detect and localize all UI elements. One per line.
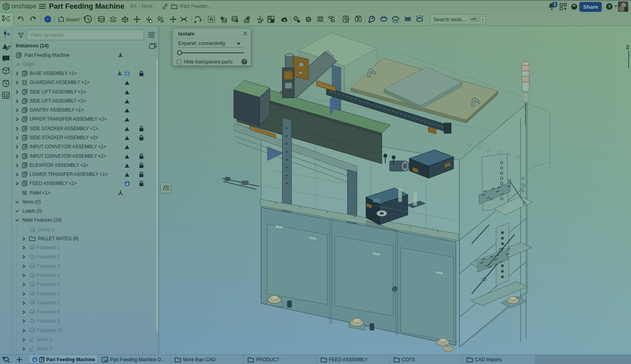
svg-text:Z: Z [626, 45, 629, 50]
svg-text:Insert: Insert [66, 17, 80, 22]
svg-text:?: ? [7, 67, 10, 71]
svg-text:1: 1 [554, 2, 556, 7]
svg-text:?: ? [608, 4, 610, 9]
svg-text:?: ? [243, 60, 245, 64]
